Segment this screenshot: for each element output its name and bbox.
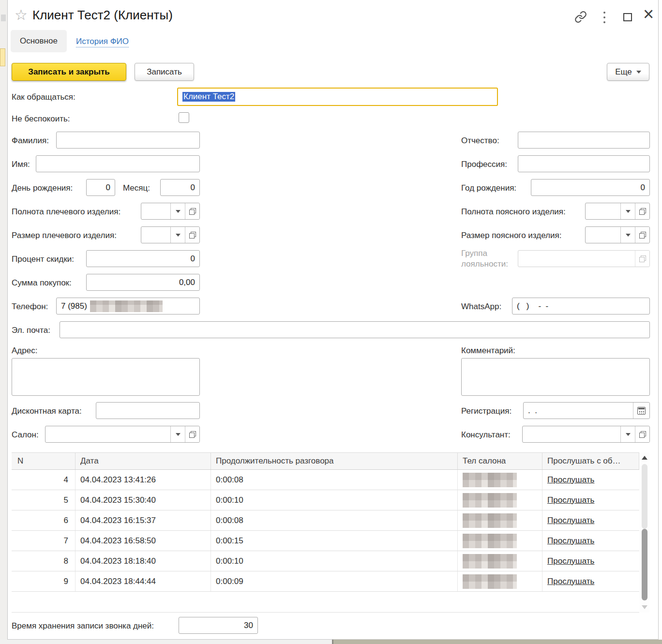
registration-label: Регистрация: [461, 406, 512, 416]
discount-card-input[interactable] [96, 402, 200, 419]
birthday-label: День рождения: [12, 183, 73, 193]
cell-date: 04.04.2023 16:58:50 [75, 531, 211, 551]
column-header-duration[interactable]: Продолжительность разговора [211, 453, 458, 469]
waist-fullness-select[interactable] [585, 203, 650, 220]
open-picker-button[interactable] [185, 203, 199, 219]
cell-date: 04.04.2023 13:41:26 [75, 470, 211, 490]
scroll-down-arrow-icon[interactable] [642, 605, 647, 609]
cell-date: 04.04.2023 15:30:40 [75, 490, 211, 510]
column-header-listen[interactable]: Прослушать с об… [542, 453, 639, 469]
save-and-close-button[interactable]: Записать и закрыть [12, 63, 126, 81]
dropdown-button[interactable] [620, 227, 635, 243]
favorite-star-icon[interactable]: ☆ [15, 6, 28, 23]
profession-input[interactable] [518, 155, 650, 172]
cell-n: 6 [12, 510, 75, 530]
cell-n: 5 [12, 490, 75, 510]
table-row[interactable]: 5 04.04.2023 15:30:40 0:00:10 Прослушать [12, 490, 639, 510]
open-picker-button[interactable] [185, 426, 199, 442]
more-menu-icon[interactable] [603, 12, 606, 23]
waist-size-select[interactable] [585, 226, 650, 243]
column-header-n[interactable]: N [12, 453, 75, 469]
table-row[interactable]: 8 04.04.2023 18:18:40 0:00:10 Прослушать [12, 551, 639, 571]
phone-input[interactable]: 7 (985) [56, 298, 200, 315]
redacted-phone-number [463, 473, 517, 487]
email-input[interactable] [60, 321, 650, 338]
table-row[interactable]: 9 04.04.2023 18:44:44 0:00:09 Прослушать [12, 571, 639, 592]
registration-date-input[interactable]: . . [523, 402, 650, 419]
patronymic-label: Отчество: [461, 136, 499, 146]
dropdown-button[interactable] [170, 227, 185, 243]
redacted-phone-number [90, 300, 163, 312]
table-row[interactable]: 4 04.04.2023 13:41:26 0:00:08 Прослушать [12, 470, 639, 490]
open-picker-button[interactable] [635, 203, 649, 219]
table-scrollbar[interactable] [640, 452, 649, 613]
listen-link[interactable]: Прослушать [547, 516, 594, 525]
open-picker-button[interactable] [635, 227, 649, 243]
address-textarea[interactable] [12, 358, 200, 396]
maximize-button[interactable] [623, 13, 632, 21]
cell-listen: Прослушать [542, 531, 639, 551]
salon-label: Салон: [12, 430, 39, 440]
birthmonth-input[interactable]: 0 [160, 179, 200, 196]
window-title: Клиент Тест2 (Клиенты) [32, 8, 173, 23]
dropdown-button[interactable] [620, 426, 635, 442]
cell-date: 04.04.2023 18:44:44 [75, 571, 211, 591]
open-form-icon [639, 232, 646, 239]
consultant-select[interactable] [522, 426, 650, 443]
listen-link[interactable]: Прослушать [547, 556, 594, 566]
open-form-icon [639, 208, 646, 215]
table-row[interactable]: 7 04.04.2023 16:58:50 0:00:15 Прослушать [12, 531, 639, 551]
more-button[interactable]: Еще [607, 63, 649, 81]
tab-main[interactable]: Основное [11, 30, 67, 52]
close-button[interactable]: × [643, 4, 654, 24]
scroll-up-arrow-icon[interactable] [642, 456, 647, 460]
birthday-input[interactable]: 0 [86, 179, 115, 196]
cell-duration: 0:00:15 [211, 531, 458, 551]
column-header-date[interactable]: Дата [75, 453, 211, 469]
whatsapp-input[interactable]: ( ) - - [512, 298, 650, 315]
chevron-down-icon [176, 433, 181, 436]
listen-link[interactable]: Прослушать [547, 495, 594, 505]
get-link-icon[interactable] [574, 11, 587, 23]
dropdown-button[interactable] [170, 203, 185, 219]
discount-percent-input[interactable]: 0 [86, 250, 200, 267]
listen-link[interactable]: Прослушать [547, 577, 594, 586]
purchase-sum-input[interactable]: 0,00 [86, 274, 200, 291]
lastname-input[interactable] [56, 132, 200, 149]
cell-salon-phone [458, 470, 542, 490]
patronymic-input[interactable] [518, 132, 650, 149]
chevron-down-icon [176, 234, 181, 237]
profession-label: Профессия: [461, 160, 507, 169]
open-picker-button[interactable] [185, 227, 199, 243]
dropdown-button[interactable] [170, 426, 185, 442]
scrollbar-track[interactable] [642, 464, 647, 529]
open-picker-button[interactable] [635, 426, 649, 442]
how-to-address-input[interactable]: Клиент Тест2 [177, 88, 498, 106]
comment-textarea[interactable] [461, 358, 650, 396]
call-record-days-input[interactable]: 30 [179, 617, 258, 634]
shoulder-size-select[interactable] [141, 226, 200, 243]
calendar-picker-button[interactable] [633, 403, 649, 419]
listen-link[interactable]: Прослушать [547, 536, 594, 546]
shoulder-fullness-select[interactable] [141, 203, 200, 220]
save-button[interactable]: Записать [135, 63, 194, 81]
cell-date: 04.04.2023 18:18:40 [75, 551, 211, 571]
dropdown-button[interactable] [620, 203, 635, 219]
redacted-phone-number [463, 513, 517, 528]
listen-link[interactable]: Прослушать [547, 475, 594, 485]
birthyear-input[interactable]: 0 [531, 179, 650, 196]
cell-salon-phone [458, 490, 542, 510]
background-window-sliver [0, 0, 7, 640]
firstname-input[interactable] [36, 155, 200, 172]
whatsapp-label: WhatsApp: [461, 302, 501, 312]
do-not-disturb-checkbox[interactable] [179, 112, 189, 123]
column-header-salon-phone[interactable]: Тел салона [458, 453, 542, 469]
tab-fio-history[interactable]: История ФИО [76, 37, 129, 47]
open-form-icon [189, 208, 196, 215]
chevron-down-icon [626, 210, 631, 213]
open-form-icon [189, 431, 196, 438]
table-row[interactable]: 6 04.04.2023 16:15:37 0:00:08 Прослушать [12, 510, 639, 531]
salon-select[interactable] [45, 426, 200, 443]
chevron-down-icon [626, 433, 631, 436]
scrollbar-thumb[interactable] [642, 529, 647, 600]
